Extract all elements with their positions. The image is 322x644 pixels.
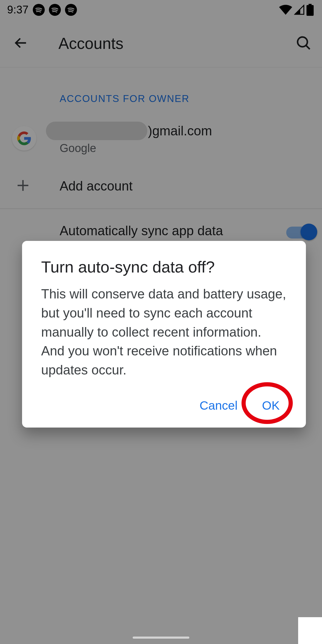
gesture-nav-bar[interactable] <box>133 637 189 639</box>
confirm-dialog: Turn auto-sync data off? This will conse… <box>22 241 306 428</box>
dialog-body: This will conserve data and battery usag… <box>41 284 287 380</box>
dialog-title: Turn auto-sync data off? <box>41 258 287 276</box>
cancel-button[interactable]: Cancel <box>198 396 239 416</box>
screen-root: 9:37 Accounts <box>0 0 322 644</box>
corner-patch <box>298 617 322 644</box>
ok-button[interactable]: OK <box>260 396 281 416</box>
